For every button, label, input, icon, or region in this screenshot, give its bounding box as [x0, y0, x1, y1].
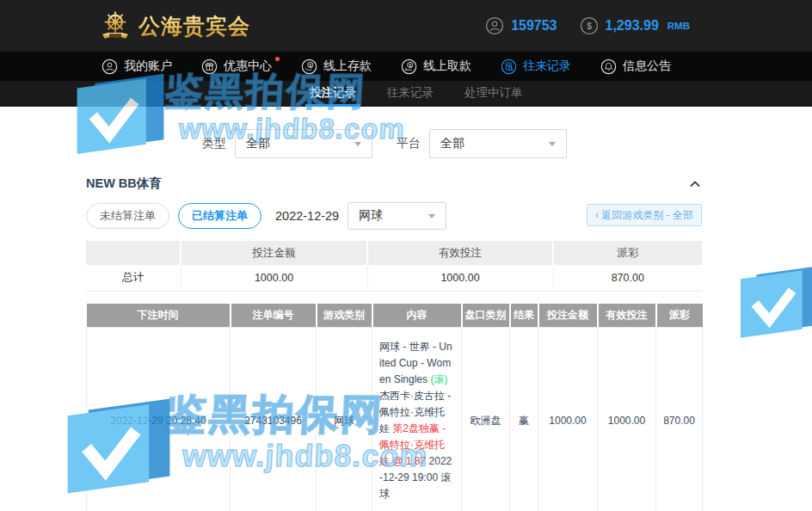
- user-id: 159753: [511, 18, 557, 34]
- table-row: 2022-12-29 20:28:40 2743103496 网球 网球 - 世…: [87, 328, 703, 511]
- nav-item-deposit[interactable]: $ 线上存款: [301, 58, 372, 75]
- nav-label: 我的账户: [124, 58, 172, 74]
- nav-label: 线上取款: [423, 58, 471, 74]
- top-header: 公海贵宾会 159753 $ 1,293.99 RMB: [0, 0, 812, 52]
- site-name: 公海贵宾会: [138, 12, 250, 40]
- chevron-down-icon: [549, 142, 556, 146]
- nav-label: 线上存款: [323, 58, 372, 74]
- col-payout: 派彩: [656, 304, 703, 328]
- game-type-cell: 网球: [317, 328, 372, 511]
- game-select[interactable]: 网球: [348, 202, 446, 230]
- ship-wheel-icon: [96, 8, 134, 44]
- total-payout: 870.00: [553, 265, 702, 291]
- gift-icon: [201, 58, 218, 75]
- nav-item-my-account[interactable]: 我的账户: [102, 58, 172, 75]
- tab-transaction-records[interactable]: 往来记录: [383, 81, 438, 107]
- total-label: 总计: [86, 265, 181, 291]
- col-bet-time: 下注时间: [87, 304, 231, 328]
- withdraw-icon: $: [401, 58, 417, 75]
- deposit-icon: $: [301, 58, 317, 75]
- bet-time-cell: 2022-12-29 20:28:40: [87, 328, 231, 511]
- payout-cell: 870.00: [656, 328, 703, 511]
- col-result: 结果: [510, 304, 538, 328]
- valid-bet-cell: 1000.00: [598, 328, 656, 511]
- chevron-down-icon: [354, 142, 361, 146]
- svg-text:$: $: [587, 22, 592, 31]
- summary-header-payout: 派彩: [553, 241, 702, 265]
- bet-amount-cell: 1000.00: [538, 328, 598, 511]
- platform-filter-label: 平台: [397, 136, 421, 151]
- nav-item-announcements[interactable]: 信息公告: [600, 58, 671, 75]
- result-cell: 赢: [510, 328, 538, 511]
- main-content: 类型 全部 平台 全部 NEW BB体育 未结算注单 已结算注单 2022-12…: [86, 129, 702, 511]
- balance-value: 1,293.99: [606, 18, 659, 34]
- col-market-type: 盘口类别: [462, 304, 510, 328]
- summary-total-row: 总计 1000.00 1000.00 870.00: [86, 265, 702, 291]
- chevron-down-icon: [428, 214, 435, 219]
- notification-dot: [275, 57, 280, 61]
- nav-label: 信息公告: [623, 58, 671, 74]
- detail-header-row: 下注时间 注单编号 游戏类别 内容 盘口类别 结果 投注金额 有效投注 派彩: [87, 304, 703, 328]
- tab-label: 往来记录: [387, 85, 434, 101]
- tab-label: 投注记录: [310, 85, 356, 101]
- nav-item-transaction-records[interactable]: 往来记录: [501, 58, 571, 75]
- col-bet-amount: 投注金额: [538, 304, 598, 328]
- section-header: NEW BB体育: [86, 175, 702, 192]
- summary-table: 投注金额 有效投注 派彩 总计 1000.00 1000.00 870.00: [86, 241, 702, 292]
- platform-select-value: 全部: [440, 136, 464, 151]
- summary-header-row: 投注金额 有效投注 派彩: [86, 241, 702, 265]
- nav-label: 优惠中心: [224, 58, 272, 74]
- sub-nav: 投注记录 往来记录 处理中订单: [0, 81, 812, 107]
- nav-label: 往来记录: [523, 58, 571, 74]
- settled-bets-button[interactable]: 已结算注单: [178, 203, 261, 229]
- col-valid-bet: 有效投注: [598, 304, 656, 328]
- bet-controls-row: 未结算注单 已结算注单 2022-12-29 网球 ‹ 返回游戏类别 - 全部: [86, 202, 702, 230]
- nav-item-withdraw[interactable]: $ 线上取款: [401, 58, 471, 75]
- game-select-value: 网球: [359, 208, 383, 224]
- type-select-value: 全部: [246, 136, 270, 151]
- records-icon: [501, 58, 517, 75]
- market-type-cell: 欧洲盘: [462, 328, 510, 511]
- type-filter-label: 类型: [202, 136, 226, 151]
- balance-stat: $ 1,293.99 RMB: [580, 16, 690, 35]
- nav-item-promotions[interactable]: 优惠中心: [201, 58, 272, 75]
- bet-detail-table: 下注时间 注单编号 游戏类别 内容 盘口类别 结果 投注金额 有效投注 派彩 2…: [86, 304, 703, 511]
- header-account-area: 159753 $ 1,293.99 RMB: [485, 16, 690, 35]
- user-icon: [102, 58, 118, 75]
- platform-select[interactable]: 全部: [429, 129, 567, 158]
- dollar-circle-icon: $: [580, 16, 599, 35]
- user-id-stat: 159753: [485, 16, 557, 35]
- filter-row: 类型 全部 平台 全部: [86, 129, 702, 158]
- live-tag: (滚): [430, 373, 447, 385]
- watermark-shield-icon: [736, 251, 812, 361]
- total-valid-bet: 1000.00: [367, 265, 553, 291]
- currency-label: RMB: [667, 21, 690, 31]
- user-circle-icon: [485, 16, 504, 35]
- summary-header-valid-bet: 有效投注: [367, 241, 553, 265]
- type-select[interactable]: 全部: [235, 129, 372, 158]
- chevron-up-icon[interactable]: [688, 177, 702, 191]
- site-logo: 公海贵宾会: [96, 8, 250, 44]
- tab-pending-orders[interactable]: 处理中订单: [460, 81, 527, 107]
- bet-content-cell: 网球 - 世界 - United Cup - Women Singles (滚)…: [372, 328, 462, 511]
- svg-text:$: $: [309, 62, 311, 67]
- summary-header-empty: [86, 241, 181, 265]
- section-title: NEW BB体育: [86, 175, 162, 192]
- col-game-type: 游戏类别: [317, 304, 372, 328]
- main-nav: 我的账户 优惠中心 $ 线上存款 $: [0, 52, 812, 81]
- bet-id-cell: 2743103496: [231, 328, 317, 511]
- back-to-categories-button[interactable]: ‹ 返回游戏类别 - 全部: [587, 204, 702, 226]
- col-content: 内容: [372, 304, 462, 328]
- date-picker[interactable]: 2022-12-29: [275, 209, 339, 223]
- tab-label: 处理中订单: [464, 85, 523, 101]
- tab-bet-records[interactable]: 投注记录: [305, 81, 360, 107]
- col-bet-id: 注单编号: [231, 304, 317, 328]
- svg-text:$: $: [409, 62, 411, 67]
- bell-icon: [600, 58, 617, 75]
- unsettled-bets-button[interactable]: 未结算注单: [86, 203, 169, 229]
- summary-header-bet-amount: 投注金额: [181, 241, 367, 265]
- total-bet-amount: 1000.00: [181, 265, 367, 291]
- page: 公海贵宾会 159753 $ 1,293.99 RMB: [0, 0, 812, 511]
